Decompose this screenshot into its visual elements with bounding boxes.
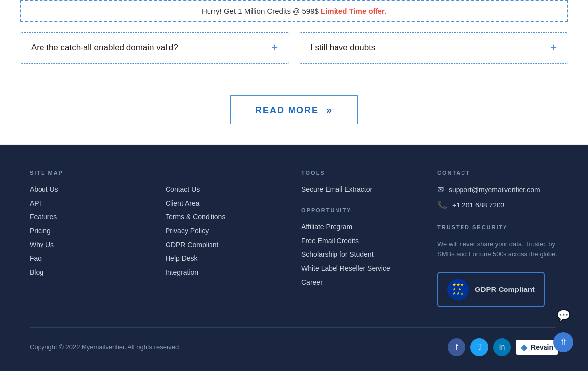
link-career[interactable]: Career — [301, 278, 422, 287]
revain-badge[interactable]: ◆ Revain — [516, 340, 558, 355]
faq-icon-2: + — [550, 41, 557, 54]
revain-label: Revain — [531, 343, 553, 351]
phone-icon: 📞 — [437, 200, 447, 209]
footer-tools-opportunity: TOOLS Secure Email Extractor OPPORTUNITY… — [301, 170, 422, 307]
link-help-desk-anchor[interactable]: Help Desk — [166, 254, 198, 262]
footer-grid: SITE MAP About Us API Features Pricing W… — [30, 170, 558, 307]
link-privacy[interactable]: Privacy Policy — [166, 226, 287, 235]
tools-links: Secure Email Extractor — [301, 185, 422, 194]
link-why-us[interactable]: Why Us — [30, 240, 151, 249]
chat-button[interactable]: 💬 — [551, 304, 575, 328]
facebook-icon[interactable]: f — [448, 338, 465, 356]
link-help-desk[interactable]: Help Desk — [166, 254, 287, 263]
link-career-anchor[interactable]: Career — [301, 278, 323, 286]
link-api-anchor[interactable]: API — [30, 199, 41, 207]
contact-email-item: ✉ support@myemailverifier.com — [437, 185, 558, 194]
link-pricing-anchor[interactable]: Pricing — [30, 227, 51, 235]
trusted-security-text: We will never share your data. Trusted b… — [437, 239, 558, 260]
faq-question-1: Are the catch-all enabled domain valid? — [31, 43, 178, 53]
link-client-area[interactable]: Client Area — [166, 199, 287, 207]
faq-question-2: I still have doubts — [310, 43, 375, 53]
link-free-email-credits[interactable]: Free Email Credits — [301, 236, 422, 245]
faq-item-2[interactable]: I still have doubts + — [299, 32, 568, 64]
link-free-email-credits-anchor[interactable]: Free Email Credits — [301, 237, 359, 245]
link-integration[interactable]: Integration — [166, 268, 287, 277]
link-integration-anchor[interactable]: Integration — [166, 268, 198, 276]
contact-phone-item: 📞 +1 201 688 7203 — [437, 200, 558, 209]
gdpr-compliant-label: GDPR Compliant — [475, 285, 535, 293]
link-gdpr[interactable]: GDPR Compliant — [166, 240, 287, 249]
opportunity-title: OPPORTUNITY — [301, 207, 422, 213]
top-banner: Hurry! Get 1 Million Credits @ 599$ Limi… — [20, 0, 568, 22]
faq-icon-1: + — [271, 41, 278, 54]
link-contact-us-anchor[interactable]: Contact Us — [166, 185, 200, 193]
read-more-arrow: » — [326, 104, 333, 115]
social-icons: f 𝕋 in ◆ Revain — [448, 338, 558, 356]
link-why-us-anchor[interactable]: Why Us — [30, 241, 54, 248]
banner-text: Hurry! Get 1 Million Credits @ 599$ Limi… — [202, 7, 386, 15]
contact-title: CONTACT — [437, 170, 558, 176]
opportunity-links: Affiliate Program Free Email Credits Sch… — [301, 222, 422, 287]
faq-section: Are the catch-all enabled domain valid? … — [0, 22, 588, 81]
trusted-security-title: TRUSTED SECURITY — [437, 224, 558, 230]
link-terms[interactable]: Terms & Conditions — [166, 212, 287, 221]
contact-phone: +1 201 688 7203 — [452, 201, 504, 209]
link-about-us[interactable]: About Us — [30, 185, 151, 194]
link-faq-anchor[interactable]: Faq — [30, 254, 42, 262]
gdpr-badge[interactable]: ★★★★ ★★★★ GDPR Compliant — [437, 272, 545, 307]
email-icon: ✉ — [437, 185, 444, 194]
eu-stars-icon: ★★★★ ★★★★ — [447, 279, 469, 300]
footer: SITE MAP About Us API Features Pricing W… — [0, 145, 588, 371]
linkedin-icon[interactable]: in — [493, 338, 511, 356]
link-terms-anchor[interactable]: Terms & Conditions — [166, 213, 225, 221]
read-more-container: READ MORE » — [0, 81, 588, 144]
footer-bottom: Copyright © 2022 Myemailverifier. All ri… — [30, 327, 558, 356]
sitemap-links: About Us API Features Pricing Why Us Faq… — [30, 185, 151, 277]
read-more-button[interactable]: READ MORE » — [230, 95, 358, 124]
tools-title: TOOLS — [301, 170, 422, 176]
link-affiliate[interactable]: Affiliate Program — [301, 222, 422, 231]
footer-sitemap-col2: Contact Us Client Area Terms & Condition… — [166, 170, 287, 307]
copyright-text: Copyright © 2022 Myemailverifier. All ri… — [30, 343, 181, 351]
footer-sitemap-col1: SITE MAP About Us API Features Pricing W… — [30, 170, 151, 307]
link-about-us-anchor[interactable]: About Us — [30, 185, 58, 193]
read-more-label: READ MORE — [255, 105, 319, 115]
contact-email: support@myemailverifier.com — [449, 186, 540, 194]
link-blog-anchor[interactable]: Blog — [30, 268, 43, 276]
faq-row: Are the catch-all enabled domain valid? … — [20, 32, 568, 71]
link-white-label[interactable]: White Label Reseller Service — [301, 264, 422, 273]
link-contact-us[interactable]: Contact Us — [166, 185, 287, 194]
link-client-area-anchor[interactable]: Client Area — [166, 199, 199, 207]
link-pricing[interactable]: Pricing — [30, 226, 151, 235]
link-scholarship-anchor[interactable]: Scholarship for Student — [301, 250, 374, 258]
link-secure-email-extractor[interactable]: Secure Email Extractor — [301, 185, 422, 194]
link-gdpr-anchor[interactable]: GDPR Compliant — [166, 241, 218, 248]
col2-links: Contact Us Client Area Terms & Condition… — [166, 185, 287, 277]
sitemap-title: SITE MAP — [30, 170, 151, 176]
link-api[interactable]: API — [30, 199, 151, 207]
scroll-to-top-button[interactable]: ⇧ — [553, 332, 573, 352]
link-scholarship[interactable]: Scholarship for Student — [301, 250, 422, 259]
link-features-anchor[interactable]: Features — [30, 213, 57, 221]
link-features[interactable]: Features — [30, 212, 151, 221]
link-affiliate-anchor[interactable]: Affiliate Program — [301, 223, 352, 231]
link-white-label-anchor[interactable]: White Label Reseller Service — [301, 264, 390, 272]
banner-highlight: Limited Time offer. — [321, 7, 386, 15]
link-secure-email-extractor-anchor[interactable]: Secure Email Extractor — [301, 185, 372, 193]
revain-logo-icon: ◆ — [521, 342, 528, 353]
faq-item-1[interactable]: Are the catch-all enabled domain valid? … — [20, 32, 289, 64]
twitter-icon[interactable]: 𝕋 — [470, 338, 488, 356]
link-blog[interactable]: Blog — [30, 268, 151, 277]
link-privacy-anchor[interactable]: Privacy Policy — [166, 227, 209, 235]
link-faq[interactable]: Faq — [30, 254, 151, 263]
footer-contact-security: CONTACT ✉ support@myemailverifier.com 📞 … — [437, 170, 558, 307]
